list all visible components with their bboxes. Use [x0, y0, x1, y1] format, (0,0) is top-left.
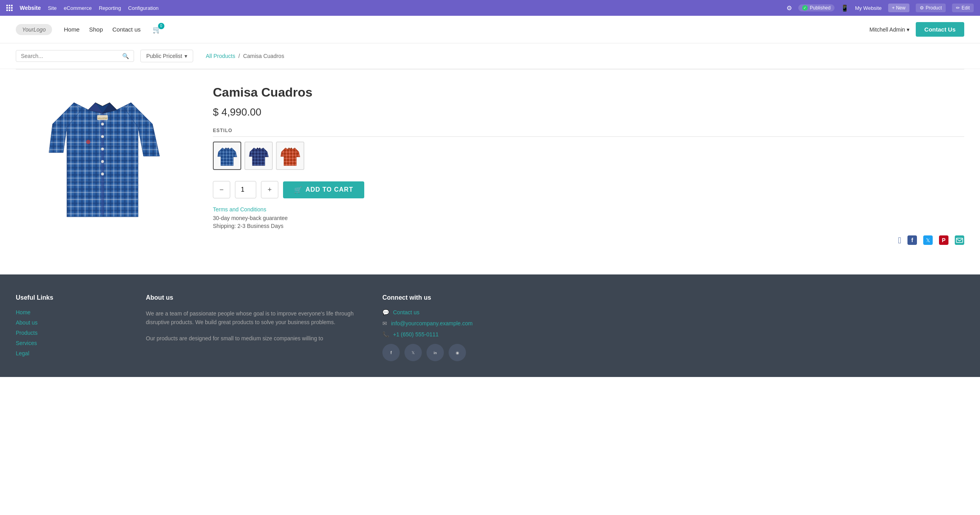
- admin-nav-configuration[interactable]: Configuration: [128, 5, 158, 11]
- pricelist-label: Public Pricelist: [146, 53, 182, 59]
- share-pinterest-icon[interactable]: P: [939, 235, 948, 245]
- connect-email-link[interactable]: info@yourcompany.example.com: [391, 320, 473, 327]
- share-facebook-icon[interactable]: f: [907, 235, 917, 245]
- edit-button[interactable]: ✏ Edit: [952, 4, 974, 12]
- share-email-icon[interactable]: [955, 235, 964, 245]
- pencil-icon: ✏: [956, 5, 960, 11]
- user-label: Mitchell Admin: [870, 26, 905, 33]
- nav-home[interactable]: Home: [64, 26, 80, 33]
- chevron-down-icon: ▾: [907, 26, 909, 33]
- nav-contact[interactable]: Contact us: [112, 26, 141, 33]
- footer-about: About us We are a team of passionate peo…: [146, 294, 359, 361]
- search-icon[interactable]: 🔍: [122, 53, 129, 59]
- svg-point-6: [101, 123, 104, 125]
- cart-icon[interactable]: 🛒 0: [153, 25, 161, 34]
- admin-nav-ecommerce[interactable]: eCommerce: [64, 5, 92, 11]
- contact-us-button[interactable]: Contact Us: [916, 22, 964, 37]
- footer-link-home[interactable]: Home: [16, 309, 122, 315]
- quantity-increase-button[interactable]: +: [261, 181, 278, 198]
- connect-email-item: ✉ info@yourcompany.example.com: [382, 320, 489, 327]
- footer-useful-links: Useful Links Home About us Products Serv…: [16, 294, 122, 361]
- admin-app-name[interactable]: Website: [20, 5, 41, 11]
- connect-title: Connect with us: [382, 294, 489, 301]
- grid-icon[interactable]: [6, 5, 13, 11]
- settings-icon[interactable]: ⚙: [786, 4, 792, 12]
- terms-link[interactable]: Terms and Conditions: [213, 206, 964, 213]
- breadcrumb-current: Camisa Cuadros: [243, 53, 284, 59]
- footer-link-products[interactable]: Products: [16, 330, 122, 336]
- cart-badge: 0: [158, 23, 164, 29]
- social-linkedin-icon[interactable]: in: [427, 344, 444, 361]
- variant-option-1[interactable]: [213, 142, 241, 170]
- share-facebook-icon[interactable]: : [898, 235, 901, 246]
- connect-phone-item: 📞 +1 (650) 555-0111: [382, 331, 489, 338]
- pricelist-dropdown[interactable]: Public Pricelist ▾: [140, 50, 193, 62]
- product-details: Camisa Cuadros $ 4,990.00 ESTILO: [213, 81, 964, 247]
- connect-links: 💬 Contact us ✉ info@yourcompany.example.…: [382, 309, 489, 338]
- chat-icon: 💬: [382, 309, 389, 315]
- svg-point-7: [101, 135, 104, 138]
- about-title: About us: [146, 294, 359, 301]
- search-bar-section: 🔍 Public Pricelist ▾ All Products / Cami…: [0, 43, 980, 69]
- social-rss-icon[interactable]: ◉: [449, 344, 466, 361]
- svg-text:HOLLISTER: HOLLISTER: [97, 118, 108, 119]
- admin-nav-reporting[interactable]: Reporting: [99, 5, 121, 11]
- phone-icon: 📞: [382, 331, 389, 338]
- variant-option-3[interactable]: [276, 142, 304, 170]
- quantity-input[interactable]: [235, 181, 256, 198]
- mobile-icon[interactable]: 📱: [841, 4, 849, 12]
- cart-btn-icon: 🛒: [294, 186, 302, 194]
- svg-point-9: [101, 160, 104, 163]
- footer-link-legal[interactable]: Legal: [16, 350, 122, 356]
- breadcrumb-all-products[interactable]: All Products: [206, 53, 235, 59]
- estilo-label: ESTILO: [213, 128, 964, 137]
- social-facebook-icon[interactable]: f: [382, 344, 400, 361]
- my-website-dropdown[interactable]: My Website: [855, 5, 882, 11]
- gear-small-icon: ⚙: [920, 5, 924, 11]
- footer-link-services[interactable]: Services: [16, 340, 122, 346]
- svg-point-8: [101, 147, 104, 150]
- about-text-2: Our products are designed for small to m…: [146, 334, 359, 343]
- guarantee-text: 30-day money-back guarantee: [213, 215, 964, 221]
- product-section: HOLLISTER Camisa Cuadros $ 4,990.00 ESTI…: [0, 69, 980, 259]
- shipping-text: Shipping: 2-3 Business Days: [213, 223, 964, 229]
- product-title: Camisa Cuadros: [213, 85, 964, 100]
- add-to-cart-button[interactable]: 🛒 ADD TO CART: [283, 181, 364, 198]
- nav-shop[interactable]: Shop: [89, 26, 103, 33]
- about-text-1: We are a team of passionate people whose…: [146, 309, 359, 327]
- social-row: f 𝕏 in ◉: [382, 344, 489, 361]
- product-button[interactable]: ⚙ Product: [916, 4, 946, 12]
- quantity-decrease-button[interactable]: −: [213, 181, 230, 198]
- variant-option-2[interactable]: [244, 142, 273, 170]
- footer-grid: Useful Links Home About us Products Serv…: [16, 294, 489, 361]
- connect-contact-link[interactable]: Contact us: [393, 309, 419, 315]
- svg-rect-5: [101, 113, 104, 215]
- connect-phone-link[interactable]: +1 (650) 555-0111: [393, 331, 439, 338]
- new-button[interactable]: + New: [888, 4, 909, 12]
- svg-text:in: in: [434, 351, 437, 355]
- add-to-cart-label: ADD TO CART: [306, 186, 353, 193]
- quantity-cart: − + 🛒 ADD TO CART: [213, 181, 964, 198]
- connect-contact-item: 💬 Contact us: [382, 309, 489, 315]
- email-icon: ✉: [382, 320, 387, 327]
- svg-text:P: P: [942, 237, 945, 243]
- share-twitter-icon[interactable]: 𝕏: [923, 235, 933, 245]
- svg-text:◉: ◉: [456, 351, 459, 355]
- useful-links-title: Useful Links: [16, 294, 122, 301]
- footer-link-about[interactable]: About us: [16, 319, 122, 326]
- main-nav: YourLogo Home Shop Contact us 🛒 0 Mitche…: [0, 16, 980, 43]
- svg-text:f: f: [390, 350, 392, 355]
- search-input[interactable]: [21, 53, 119, 59]
- svg-point-22: [86, 140, 90, 144]
- published-badge: Published: [798, 4, 835, 11]
- breadcrumb-separator: /: [238, 53, 240, 59]
- user-dropdown[interactable]: Mitchell Admin ▾: [870, 26, 909, 33]
- share-icons:  f 𝕏 P: [213, 235, 964, 246]
- social-twitter-icon[interactable]: 𝕏: [404, 344, 422, 361]
- footer-connect: Connect with us 💬 Contact us ✉ info@your…: [382, 294, 489, 361]
- product-image: HOLLISTER: [28, 81, 177, 231]
- published-label: Published: [810, 5, 831, 11]
- logo[interactable]: YourLogo: [16, 24, 52, 35]
- admin-nav-site[interactable]: Site: [48, 5, 56, 11]
- svg-text:𝕏: 𝕏: [412, 351, 415, 355]
